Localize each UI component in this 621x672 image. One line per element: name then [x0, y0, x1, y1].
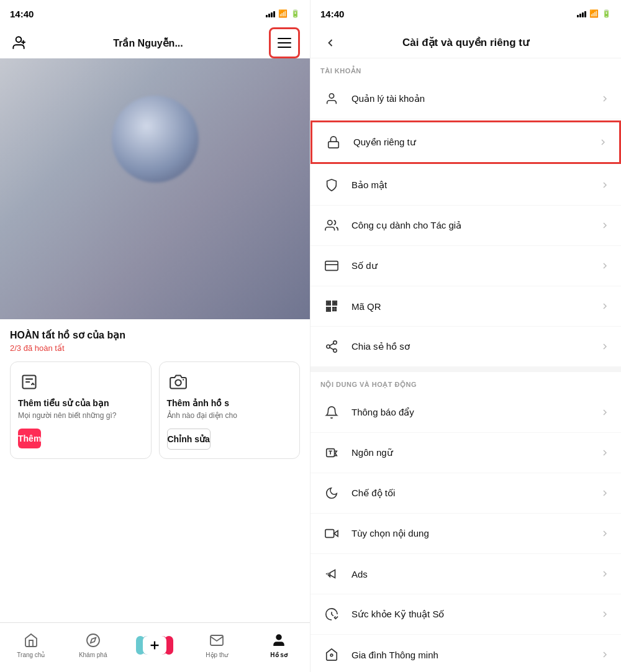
quan-ly-tai-khoan-label: Quản lý tài khoản — [351, 93, 599, 104]
ma-qr-label: Mã QR — [351, 301, 599, 312]
chevron-right-content-icon — [599, 527, 611, 540]
gia-dinh-label: Gia đình Thông minh — [351, 650, 599, 660]
photo-edit-button[interactable]: Chỉnh sửa — [167, 429, 211, 450]
photo-card-title: Thêm ảnh hồ s — [167, 398, 292, 408]
plus-icon-inner — [143, 636, 166, 655]
inbox-icon — [208, 632, 225, 649]
chevron-right-privacy-icon — [597, 136, 609, 148]
bottom-nav: Trang chủ Khám phá — [0, 622, 310, 672]
settings-item-thong-bao-day[interactable]: Thông báo đẩy — [310, 393, 621, 433]
person-icon — [320, 88, 343, 110]
tuy-chon-noi-dung-label: Tùy chọn nội dung — [351, 528, 599, 539]
nav-label-home: Trang chủ — [17, 652, 45, 658]
profile-cards: Thêm tiểu sử của bạn Mọi người nên biết … — [10, 361, 300, 459]
settings-item-tuy-chon-noi-dung[interactable]: Tùy chọn nội dung — [310, 514, 621, 554]
so-du-label: Số dư — [351, 260, 599, 271]
profile-completion-section: HOÀN tất hồ sơ của bạn 2/3 đã hoàn tất T… — [0, 319, 310, 469]
ads-label: Ads — [351, 569, 599, 579]
left-top-bar: Trần Nguyễn... — [0, 27, 310, 58]
shield-icon — [320, 174, 343, 196]
svg-point-6 — [87, 634, 99, 647]
settings-item-ngon-ngu[interactable]: Ngôn ngữ — [310, 433, 621, 473]
bio-card-title: Thêm tiểu sử của bạn — [18, 398, 143, 408]
right-signal-icon — [577, 10, 586, 17]
nav-item-home[interactable]: Trang chủ — [0, 632, 62, 658]
chevron-right-icon — [599, 93, 611, 105]
nav-item-inbox[interactable]: Hộp thư — [186, 632, 248, 658]
left-time: 14:40 — [10, 9, 34, 19]
nav-label-inbox: Hộp thư — [206, 652, 228, 658]
nav-item-explore[interactable]: Khám phá — [62, 632, 124, 658]
chevron-right-lang-icon — [599, 447, 611, 459]
settings-item-ma-qr[interactable]: Mã QR — [310, 286, 621, 327]
svg-rect-12 — [329, 142, 339, 148]
family-icon — [320, 643, 343, 666]
left-status-icons: 📶 🔋 — [266, 9, 300, 18]
hamburger-button[interactable] — [269, 27, 300, 58]
back-button[interactable] — [320, 33, 340, 53]
profile-background — [0, 58, 310, 319]
profile-complete-title: HOÀN tất hồ sơ của bạn — [10, 329, 300, 341]
bao-mat-label: Bảo mật — [351, 179, 599, 191]
settings-item-ads[interactable]: Ads — [310, 554, 621, 594]
settings-item-quan-ly-tai-khoan[interactable]: Quản lý tài khoản — [310, 79, 621, 119]
moon-icon — [320, 482, 343, 504]
nav-item-profile[interactable]: Hồ sơ — [248, 632, 310, 658]
settings-item-so-du[interactable]: Số dư — [310, 246, 621, 286]
chevron-right-qr-icon — [599, 300, 611, 312]
profile-card-photo: Thêm ảnh hồ s Ảnh nào đại diện cho Chỉnh… — [159, 361, 301, 459]
svg-point-5 — [183, 379, 184, 380]
right-time: 14:40 — [320, 9, 344, 19]
section-header-account: TÀI KHOẢN — [310, 58, 621, 79]
svg-point-11 — [329, 94, 333, 98]
settings-item-gia-dinh-thong-minh[interactable]: Gia đình Thông minh — [310, 635, 621, 672]
svg-marker-28 — [334, 530, 338, 536]
left-username: Trần Nguyễn... — [27, 37, 269, 49]
svg-line-26 — [330, 343, 333, 346]
settings-item-che-do-toi[interactable]: Chế độ tối — [310, 473, 621, 514]
chevron-right-family-icon — [599, 648, 611, 661]
compass-icon — [84, 632, 102, 649]
add-user-icon[interactable] — [10, 34, 27, 52]
quyen-rieng-tu-label: Quyền riêng tư — [353, 137, 597, 148]
settings-item-bao-mat[interactable]: Bảo mật — [310, 165, 621, 206]
avatar — [112, 96, 199, 183]
settings-item-chia-se-ho-so[interactable]: Chia sẻ hồ sơ — [310, 327, 621, 367]
svg-line-25 — [330, 347, 333, 350]
left-status-bar: 14:40 📶 🔋 — [0, 0, 310, 27]
svg-point-4 — [175, 380, 181, 386]
right-status-bar: 14:40 📶 🔋 — [310, 0, 621, 27]
nav-item-plus[interactable] — [124, 636, 186, 655]
chevron-right-ads-icon — [599, 568, 611, 580]
signal-icon — [266, 10, 275, 17]
chevron-right-notif-icon — [599, 406, 611, 419]
nav-label-explore: Khám phá — [79, 652, 107, 658]
settings-page-title: Cài đặt và quyền riêng tư — [348, 36, 584, 49]
bell-icon — [320, 401, 343, 424]
suc-khoe-label: Sức khỏe Kỹ thuật Số — [351, 609, 599, 620]
translate-icon — [320, 442, 343, 464]
svg-point-13 — [328, 220, 332, 225]
svg-point-0 — [16, 37, 22, 42]
chevron-right-security-icon — [599, 179, 611, 191]
settings-item-suc-khoe-ky-thuat-so[interactable]: Sức khỏe Kỹ thuật Số — [310, 594, 621, 635]
chevron-right-balance-icon — [599, 260, 611, 272]
section-divider — [310, 367, 621, 372]
svg-point-24 — [333, 349, 337, 353]
settings-item-quyen-rieng-tu[interactable]: Quyền riêng tư — [310, 120, 621, 164]
right-wifi-icon: 📶 — [589, 9, 599, 18]
right-battery-icon: 🔋 — [602, 9, 611, 18]
right-status-icons: 📶 🔋 — [577, 9, 611, 18]
che-do-toi-label: Chế độ tối — [351, 488, 599, 499]
section-header-content: NỘI DUNG VÀ HOẠT ĐỘNG — [310, 372, 621, 393]
lock-icon — [322, 131, 345, 153]
video-icon — [320, 522, 343, 545]
wifi-icon: 📶 — [278, 9, 288, 18]
left-panel: 14:40 📶 🔋 Trần Nguyễn... — [0, 0, 310, 672]
bio-add-button[interactable]: Thêm — [18, 429, 41, 448]
svg-point-10 — [276, 635, 281, 640]
chia-se-ho-so-label: Chia sẻ hồ sơ — [351, 341, 599, 352]
settings-item-cong-cu-tac-gia[interactable]: Công cụ dành cho Tác giả — [310, 206, 621, 246]
profile-nav-icon — [270, 632, 288, 649]
hamburger-icon — [278, 38, 291, 48]
